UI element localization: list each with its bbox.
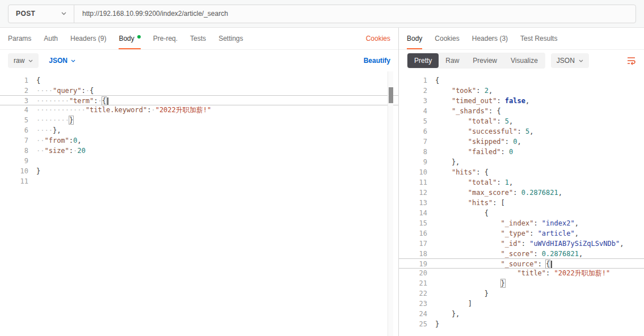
code-line[interactable]: 9	[0, 156, 398, 166]
scrollbar-thumb[interactable]	[389, 87, 393, 103]
code-line-content: "hits": {	[433, 167, 489, 177]
code-line-content: "_type": "article",	[433, 228, 579, 239]
response-panel: BodyCookiesHeaders (3)Test Results Prett…	[399, 28, 644, 336]
wrap-text-icon	[626, 56, 636, 65]
code-line-content: "failed": 0	[433, 147, 513, 157]
code-line-content[interactable]	[34, 176, 36, 186]
request-bar: POST http://192.168.10.99:9200/index2/ar…	[8, 5, 636, 23]
code-line: 16 "_type": "article",	[399, 228, 644, 239]
code-line[interactable]: 11	[0, 176, 398, 186]
line-number: 1	[399, 75, 433, 86]
response-body-viewer: 1{2 "took": 2,3 "timed_out": false,4 "_s…	[399, 71, 644, 336]
wrap-text-toggle[interactable]	[626, 56, 636, 65]
code-line-content: "_score": 0.2876821,	[433, 249, 583, 259]
code-line: 3 "timed_out": false,	[399, 96, 644, 106]
code-line-content: "took": 2,	[433, 86, 493, 96]
request-tabs: ParamsAuthHeaders (9)BodyPre-req.TestsSe…	[8, 28, 255, 49]
view-visualize[interactable]: Visualize	[504, 53, 545, 68]
code-line-content[interactable]: ··"size":·20	[34, 146, 86, 156]
line-number: 6	[399, 126, 433, 137]
request-tab-tests[interactable]: Tests	[190, 28, 206, 49]
request-tab-body[interactable]: Body	[119, 28, 140, 49]
url-input[interactable]: http://192.168.10.99:9200/index2/article…	[74, 10, 635, 18]
response-language-dropdown[interactable]: JSON	[551, 53, 589, 68]
code-line[interactable]: 6····},	[0, 125, 398, 135]
code-line-content[interactable]: }	[34, 166, 40, 176]
code-line-content: {	[433, 75, 439, 86]
code-line-content: }	[433, 278, 505, 288]
line-number: 17	[399, 239, 433, 249]
code-line-content[interactable]: ············"title.keyword":·"2022升职加薪!"	[34, 105, 211, 115]
line-number: 5	[0, 115, 34, 125]
body-type-dropdown[interactable]: raw	[8, 53, 39, 68]
code-line-content: "title": "2022升职加薪!"	[433, 268, 610, 278]
line-number: 3	[0, 96, 34, 105]
tab-label: Tests	[190, 35, 206, 42]
code-line-content[interactable]: {	[34, 75, 40, 86]
code-line: 15 "_index": "index2",	[399, 218, 644, 228]
line-number: 4	[0, 105, 34, 115]
line-number: 10	[399, 167, 433, 177]
code-line: 10 "hits": {	[399, 167, 644, 177]
code-line[interactable]: 3········"term":·{	[0, 95, 398, 105]
code-line-content: ]	[433, 299, 472, 309]
code-line[interactable]: 2····"query":·{	[0, 86, 398, 96]
code-line[interactable]: 5········}	[0, 115, 398, 125]
beautify-link[interactable]: Beautify	[364, 57, 390, 65]
tab-label: Cookies	[435, 35, 459, 42]
line-number: 18	[399, 249, 433, 259]
code-line-content[interactable]: ········"term":·{	[34, 96, 108, 105]
view-raw[interactable]: Raw	[439, 53, 466, 68]
response-tab-cookies[interactable]: Cookies	[435, 28, 459, 49]
view-preview[interactable]: Preview	[466, 53, 504, 68]
code-line-content: "_id": "uWVdHIAB7ySiZqLSvNDb",	[433, 239, 624, 249]
line-number: 15	[399, 218, 433, 228]
response-tabs-row: BodyCookiesHeaders (3)Test Results	[399, 28, 644, 50]
request-tab-auth[interactable]: Auth	[44, 28, 58, 49]
line-number: 4	[399, 106, 433, 116]
code-line-content: "total": 5,	[433, 116, 513, 126]
code-line: 20 "title": "2022升职加薪!"	[399, 268, 644, 278]
request-tab-pre-req[interactable]: Pre-req.	[153, 28, 178, 49]
chevron-down-icon	[28, 59, 33, 62]
code-line-content[interactable]: ····"query":·{	[34, 86, 94, 96]
code-line-content: "_source": {	[433, 259, 552, 268]
cookies-link[interactable]: Cookies	[366, 35, 390, 42]
code-line[interactable]: 10}	[0, 166, 398, 176]
tab-label: Pre-req.	[153, 35, 178, 42]
response-tab-test-results[interactable]: Test Results	[520, 28, 557, 49]
chevron-down-icon	[71, 59, 75, 62]
line-number: 23	[399, 299, 433, 309]
request-tab-headers-9[interactable]: Headers (9)	[70, 28, 106, 49]
code-line: 1{	[399, 75, 644, 86]
method-selector[interactable]: POST	[9, 5, 74, 23]
request-tab-params[interactable]: Params	[8, 28, 31, 49]
body-type-label: raw	[14, 57, 24, 65]
code-line[interactable]: 1{	[0, 75, 398, 86]
code-line: 22 }	[399, 288, 644, 299]
code-line-content[interactable]: ········}	[34, 115, 73, 125]
request-editor-scrollbar[interactable]	[388, 71, 393, 336]
code-line[interactable]: 4············"title.keyword":·"2022升职加薪!…	[0, 105, 398, 115]
code-line[interactable]: 8··"size":·20	[0, 146, 398, 156]
request-tab-settings[interactable]: Settings	[218, 28, 243, 49]
code-line-content[interactable]: ····},	[34, 125, 61, 135]
response-tab-headers-3[interactable]: Headers (3)	[472, 28, 508, 49]
code-line[interactable]: 7··"from":0,	[0, 135, 398, 146]
language-dropdown[interactable]: JSON	[49, 57, 75, 65]
line-number: 11	[0, 176, 34, 186]
code-line-content[interactable]	[34, 156, 36, 166]
code-line: 12 "max_score": 0.2876821,	[399, 188, 644, 198]
tab-label: Headers (9)	[70, 35, 106, 42]
response-language-label: JSON	[557, 57, 575, 65]
code-line: 23 ]	[399, 299, 644, 309]
request-body-editor[interactable]: 1{2····"query":·{3········"term":·{4····…	[0, 71, 398, 336]
workspace: ParamsAuthHeaders (9)BodyPre-req.TestsSe…	[0, 28, 644, 336]
line-number: 2	[0, 86, 34, 96]
view-pretty[interactable]: Pretty	[407, 53, 439, 68]
line-number: 22	[399, 288, 433, 299]
line-number: 25	[399, 319, 433, 329]
code-line: 9 },	[399, 157, 644, 167]
code-line-content[interactable]: ··"from":0,	[34, 135, 82, 146]
response-tab-body[interactable]: Body	[407, 28, 422, 49]
